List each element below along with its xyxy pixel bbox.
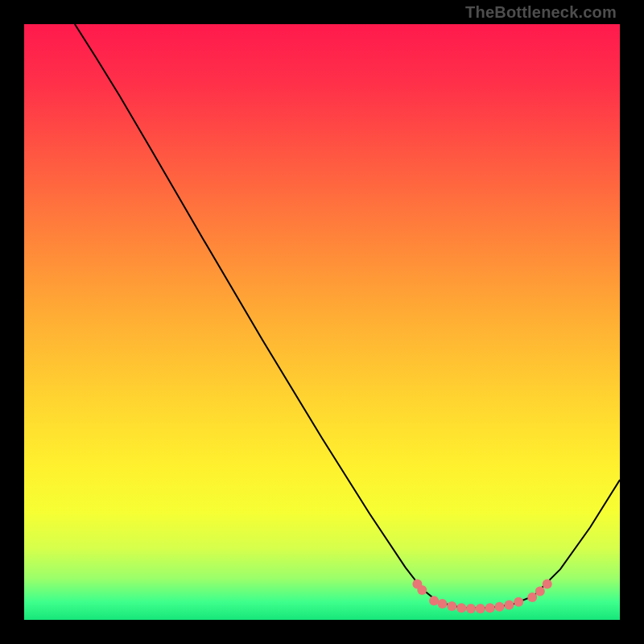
marker-dot [429, 596, 439, 605]
marker-dot [417, 585, 427, 595]
watermark-text: TheBottleneck.com [465, 3, 617, 22]
marker-dot [514, 597, 523, 607]
marker-dot [543, 580, 552, 589]
marker-dot [438, 599, 448, 609]
marker-dot [535, 587, 545, 597]
marker-dot [504, 601, 514, 610]
marker-dot [527, 592, 537, 602]
marker-dot [495, 602, 505, 612]
plot-area [24, 24, 620, 620]
marker-dot [447, 601, 456, 611]
marker-dot [456, 603, 466, 613]
bottleneck-curve [75, 24, 620, 608]
bottom-marker-group [412, 580, 551, 613]
marker-dot [485, 603, 495, 613]
marker-dot [476, 604, 485, 613]
marker-dot [466, 604, 476, 613]
chart-frame: TheBottleneck.com [0, 0, 644, 644]
curve-layer [24, 24, 620, 620]
